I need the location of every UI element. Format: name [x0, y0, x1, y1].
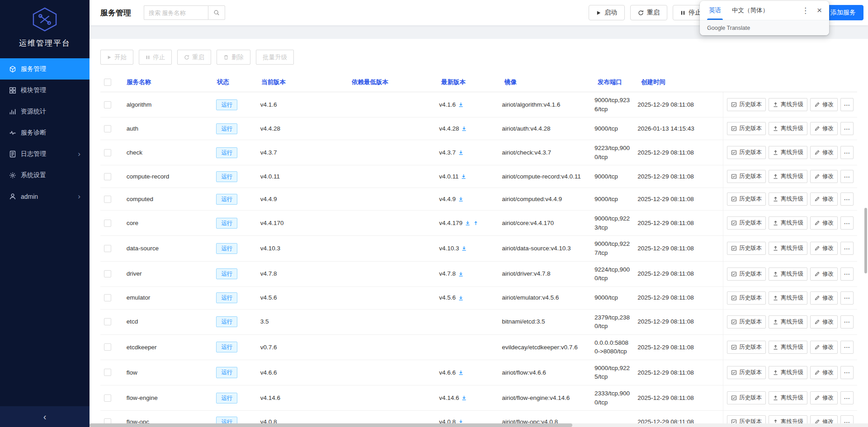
modify-button[interactable]: 修改 [810, 242, 838, 255]
modify-button[interactable]: 修改 [810, 366, 838, 379]
download-icon[interactable] [461, 174, 467, 179]
column-header-status[interactable]: 状态 [213, 73, 258, 92]
row-checkbox[interactable] [104, 101, 111, 108]
row-checkbox[interactable] [104, 220, 111, 227]
history-versions-button[interactable]: 历史版本 [727, 192, 766, 206]
modify-button[interactable]: 修改 [810, 170, 838, 183]
download-icon[interactable] [458, 196, 464, 202]
more-actions-button[interactable]: ⋯ [840, 315, 854, 328]
offline-upgrade-button[interactable]: 离线升级 [769, 98, 807, 111]
modify-button[interactable]: 修改 [810, 267, 838, 281]
modify-button[interactable]: 修改 [810, 291, 838, 305]
translate-tab-chinese[interactable]: 中文（简体） [726, 1, 774, 20]
sidebar-item-service-management[interactable]: 服务管理 [0, 58, 90, 80]
more-actions-button[interactable]: ⋯ [840, 291, 854, 305]
column-header-ports[interactable]: 发布端口 [594, 73, 637, 92]
download-icon[interactable] [458, 271, 464, 277]
modify-button[interactable]: 修改 [810, 98, 838, 111]
more-actions-button[interactable]: ⋯ [840, 242, 854, 255]
row-checkbox[interactable] [104, 125, 111, 132]
more-options-icon[interactable]: ⋮ [797, 6, 813, 15]
history-versions-button[interactable]: 历史版本 [727, 391, 766, 404]
download-icon[interactable] [458, 150, 464, 155]
offline-upgrade-button[interactable]: 离线升级 [769, 366, 807, 379]
offline-upgrade-button[interactable]: 离线升级 [769, 315, 807, 328]
more-actions-button[interactable]: ⋯ [840, 341, 854, 354]
horizontal-scrollbar[interactable] [90, 423, 868, 427]
history-versions-button[interactable]: 历史版本 [727, 242, 766, 255]
offline-upgrade-button[interactable]: 离线升级 [769, 391, 807, 404]
sidebar-item-admin[interactable]: admin › [0, 186, 90, 207]
sidebar-item-service-diagnosis[interactable]: 服务诊断 [0, 122, 90, 143]
row-checkbox[interactable] [104, 294, 111, 301]
modify-button[interactable]: 修改 [810, 122, 838, 135]
sidebar-item-log-management[interactable]: 日志管理 › [0, 143, 90, 164]
row-checkbox[interactable] [104, 394, 111, 402]
offline-upgrade-button[interactable]: 离线升级 [769, 341, 807, 354]
row-checkbox[interactable] [104, 369, 111, 376]
download-icon[interactable] [458, 102, 464, 108]
row-checkbox[interactable] [104, 270, 111, 277]
row-checkbox[interactable] [104, 196, 111, 203]
toolbar-restart-button[interactable]: 重启 [177, 50, 211, 65]
sidebar-collapse-button[interactable]: ‹ [0, 406, 90, 427]
vertical-scrollbar-thumb[interactable] [864, 208, 867, 273]
toolbar-stop-button[interactable]: 停止 [139, 50, 172, 65]
row-checkbox[interactable] [104, 245, 111, 252]
offline-upgrade-button[interactable]: 离线升级 [769, 242, 807, 255]
history-versions-button[interactable]: 历史版本 [727, 267, 766, 281]
column-header-created[interactable]: 创建时间 [637, 73, 727, 92]
upgrade-icon[interactable] [473, 220, 479, 226]
sidebar-item-system-settings[interactable]: 系统设置 [0, 164, 90, 186]
search-button[interactable] [208, 5, 225, 20]
download-icon[interactable] [461, 245, 467, 251]
offline-upgrade-button[interactable]: 离线升级 [769, 192, 807, 206]
modify-button[interactable]: 修改 [810, 216, 838, 230]
more-actions-button[interactable]: ⋯ [840, 216, 854, 230]
history-versions-button[interactable]: 历史版本 [727, 366, 766, 379]
download-icon[interactable] [465, 220, 471, 226]
column-header-current-version[interactable]: 当前版本 [258, 73, 348, 92]
offline-upgrade-button[interactable]: 离线升级 [769, 216, 807, 230]
history-versions-button[interactable]: 历史版本 [727, 341, 766, 354]
more-actions-button[interactable]: ⋯ [840, 267, 854, 281]
close-icon[interactable]: × [813, 5, 826, 15]
history-versions-button[interactable]: 历史版本 [727, 170, 766, 183]
offline-upgrade-button[interactable]: 离线升级 [769, 170, 807, 183]
history-versions-button[interactable]: 历史版本 [727, 216, 766, 230]
history-versions-button[interactable]: 历史版本 [727, 98, 766, 111]
column-header-min-version[interactable]: 依赖最低版本 [348, 73, 438, 92]
offline-upgrade-button[interactable]: 离线升级 [769, 146, 807, 159]
column-header-name[interactable]: 服务名称 [123, 73, 213, 92]
modify-button[interactable]: 修改 [810, 146, 838, 159]
download-icon[interactable] [461, 126, 467, 131]
history-versions-button[interactable]: 历史版本 [727, 291, 766, 305]
more-actions-button[interactable]: ⋯ [840, 170, 854, 183]
toolbar-start-button[interactable]: 开始 [100, 50, 133, 65]
toolbar-delete-button[interactable]: 删除 [217, 50, 250, 65]
modify-button[interactable]: 修改 [810, 315, 838, 328]
translate-tab-english[interactable]: 英语 [703, 1, 726, 20]
more-actions-button[interactable]: ⋯ [840, 192, 854, 206]
modify-button[interactable]: 修改 [810, 391, 838, 404]
more-actions-button[interactable]: ⋯ [840, 146, 854, 159]
toolbar-batch-upgrade-button[interactable]: 批量升级 [256, 50, 294, 65]
horizontal-scrollbar-thumb[interactable] [90, 423, 572, 427]
row-checkbox[interactable] [104, 318, 111, 325]
more-actions-button[interactable]: ⋯ [840, 98, 854, 111]
history-versions-button[interactable]: 历史版本 [727, 146, 766, 159]
download-icon[interactable] [461, 395, 467, 401]
modify-button[interactable]: 修改 [810, 341, 838, 354]
offline-upgrade-button[interactable]: 离线升级 [769, 291, 807, 305]
offline-upgrade-button[interactable]: 离线升级 [769, 122, 807, 135]
column-header-latest-version[interactable]: 最新版本 [438, 73, 501, 92]
more-actions-button[interactable]: ⋯ [840, 366, 854, 379]
sidebar-item-resource-statistics[interactable]: 资源统计 [0, 101, 90, 122]
row-checkbox[interactable] [104, 173, 111, 180]
modify-button[interactable]: 修改 [810, 192, 838, 206]
start-service-button[interactable]: 启动 [589, 5, 625, 20]
row-checkbox[interactable] [104, 149, 111, 156]
search-input[interactable] [144, 5, 208, 20]
history-versions-button[interactable]: 历史版本 [727, 122, 766, 135]
more-actions-button[interactable]: ⋯ [840, 391, 854, 404]
